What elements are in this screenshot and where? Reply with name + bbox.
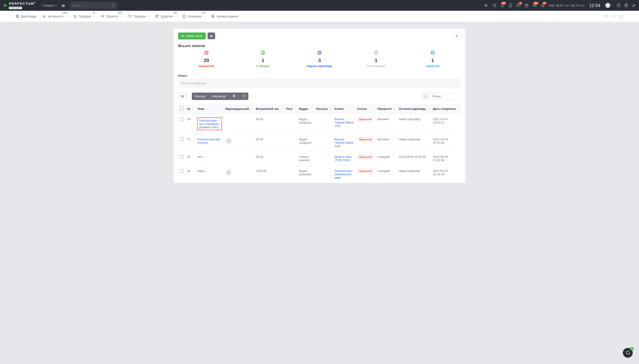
nav-label: Додатки [161, 14, 173, 18]
stat-label: В очікуванні [348, 64, 404, 68]
nav-icon-2 [73, 14, 77, 18]
refresh-button[interactable] [239, 92, 248, 100]
nav-icon-1 [43, 14, 46, 18]
row-topic-link[interactable]: опрос [197, 169, 205, 172]
layers-icon[interactable] [604, 14, 608, 18]
nav-item-7[interactable]: Налаштування [211, 14, 238, 18]
client-filter-select[interactable]: Нічого не вибрано ⌄ [178, 79, 461, 88]
row-topic-link[interactable]: Консультація про послуги [197, 138, 221, 144]
stat-card[interactable]: 1 В очікуванні [348, 50, 404, 68]
table-search-input[interactable] [429, 93, 461, 100]
status-badge: Відкритий [357, 169, 374, 173]
column-header[interactable]: Відділ ↑↓ [297, 104, 314, 114]
row-client-link[interactable]: Евгений Крот (Мебельный мир) [335, 169, 353, 179]
svg-rect-17 [16, 16, 17, 18]
stat-card[interactable]: 1 Закритий [404, 50, 461, 68]
page-size-select[interactable]: 10 [178, 93, 190, 100]
bulk-actions-button[interactable]: Масові Дії [209, 92, 229, 100]
user-menu[interactable]: ⌄ [605, 3, 613, 8]
logo[interactable]: ➤ PERFECTUM® CRM+ERP [3, 2, 36, 9]
svg-line-52 [318, 51, 319, 52]
action-button-group: Експорт Масові Дії [192, 92, 248, 100]
stats-toggle-button[interactable] [208, 32, 215, 39]
row-number[interactable]: 27 [185, 134, 195, 152]
message-icon[interactable] [492, 3, 496, 8]
clipboard-icon[interactable]: 250 [500, 3, 504, 8]
row-topic-link[interactable]: тест [197, 155, 203, 158]
chat-icon[interactable]: 4 [516, 3, 521, 8]
table-search [421, 93, 461, 100]
column-header[interactable]: Послуга ↑↓ [314, 104, 333, 114]
mail-badge: 964 [533, 2, 538, 5]
svg-line-40 [205, 51, 206, 52]
column-header[interactable]: Відповідальний ↑↓ [224, 104, 254, 114]
help-icon[interactable] [624, 3, 628, 8]
nav-item-5[interactable]: Додатки 24 ⌄ [155, 14, 176, 18]
note-icon[interactable] [508, 3, 512, 8]
row-last-reply: Немає відповіді [397, 134, 431, 152]
stat-card[interactable]: 1 У процесі [235, 50, 291, 68]
column-header[interactable]: Остання відповідь ↑↓ [397, 104, 431, 114]
mail-icon[interactable]: 964 [533, 3, 537, 8]
row-client-link[interactable]: Василь Чорний (Black Soil) [335, 138, 354, 148]
search-box[interactable] [70, 2, 117, 9]
column-header[interactable]: № ↑↓ [185, 104, 195, 114]
settings-button[interactable] [229, 92, 239, 100]
svg-line-61 [377, 53, 378, 54]
star-icon[interactable] [619, 14, 623, 18]
stat-number: 1 [348, 58, 404, 64]
chart-icon[interactable] [61, 3, 65, 8]
nav-item-4[interactable]: Торгівля ⌄ [128, 14, 149, 18]
column-header[interactable]: Клієнт ↑↓ [333, 104, 355, 114]
row-client-link[interactable]: Данило Мар (ТОВ ЛОН) [335, 155, 351, 162]
nav-badge: 20 [202, 12, 206, 14]
flame-icon[interactable] [612, 14, 616, 18]
sound-icon[interactable] [484, 3, 488, 8]
nav-label: Налаштування [216, 14, 238, 18]
column-header[interactable]: Витрачений час ↑↓ [254, 104, 284, 114]
clock: 12:54 [589, 3, 600, 8]
row-topic-link[interactable]: Консультація про створення дизайна сайту [197, 118, 222, 130]
nav-item-2[interactable]: Продажі 8 ⌄ [73, 14, 95, 18]
new-request-button[interactable]: Новий запит [178, 32, 206, 40]
filter-button[interactable] [453, 32, 461, 40]
search-input[interactable] [73, 4, 111, 7]
row-checkbox[interactable] [180, 118, 184, 121]
nav-item-3[interactable]: Проекти 227 ⌄ [101, 14, 122, 18]
row-number[interactable]: 28 [185, 114, 195, 134]
stat-label: Надано відповідь [291, 64, 348, 68]
column-header[interactable]: Тема ↑↓ [195, 104, 224, 114]
calendar-icon[interactable] [525, 3, 529, 8]
row-checkbox[interactable] [180, 155, 184, 159]
column-header[interactable]: Пріоритет ↑↓ [376, 104, 397, 114]
nav-item-1[interactable]: Активності 1839 ⌄ [43, 14, 67, 18]
row-responsible [224, 114, 254, 134]
row-time: 00:00 [254, 114, 284, 134]
column-header[interactable]: Дата створення ↑↓ [431, 104, 461, 114]
select-all-checkbox[interactable] [180, 107, 184, 110]
stat-card[interactable]: 20 Відкритий [178, 50, 235, 68]
avatar-icon [225, 138, 232, 144]
column-header[interactable]: Теги ↑↓ [284, 104, 297, 114]
table-search-button[interactable] [421, 93, 429, 100]
row-time: 1318:30 [254, 166, 284, 183]
row-checkbox[interactable] [180, 138, 184, 141]
currency-rate: USD: 40.67 UAH / 40.73 UAH [548, 4, 584, 7]
row-number[interactable]: 24 [185, 166, 195, 183]
tool-icon[interactable] [632, 3, 636, 8]
stat-card[interactable]: 3 Надано відповідь [291, 50, 348, 68]
subnav: Дашборди Активності 1839 ⌄ Продажі 8 ⌄ П… [0, 11, 639, 22]
create-button[interactable]: Створити ⌄ [42, 4, 58, 7]
column-header[interactable]: Статус ↑↓ [355, 104, 376, 114]
export-button[interactable]: Експорт [192, 92, 209, 100]
row-client-link[interactable]: Василь Чорний (Black Soil) [335, 118, 354, 128]
nav-item-0[interactable]: Дашборди [16, 14, 36, 18]
nav-icon-6 [183, 14, 186, 18]
nav-item-6[interactable]: Компанія 20 ⌄ [183, 14, 205, 18]
nav-label: Компанія [188, 14, 201, 18]
row-service [314, 152, 333, 166]
power-icon[interactable] [616, 3, 620, 8]
row-checkbox[interactable] [180, 169, 184, 173]
row-number[interactable]: 25 [185, 152, 195, 166]
bell-icon[interactable]: 62 [541, 3, 545, 8]
